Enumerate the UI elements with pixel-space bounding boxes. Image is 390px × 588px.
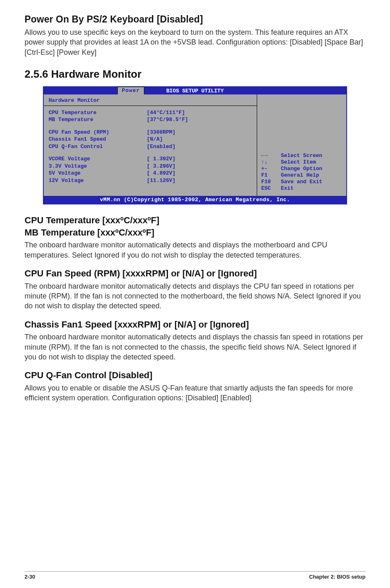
bios-title: BIOS SETUP UTILITY bbox=[44, 88, 346, 94]
heading-power-on: Power On By PS/2 Keyboard [Disabled] bbox=[25, 13, 365, 26]
help-text: Exit bbox=[281, 185, 294, 192]
bios-divider bbox=[44, 105, 257, 106]
body-power-on: Allows you to use specific keys on the k… bbox=[25, 27, 365, 57]
help-text: Change Option bbox=[281, 166, 322, 172]
bios-row[interactable]: CPU Fan Speed (RPM) [3308RPM] bbox=[49, 129, 252, 136]
bios-row-label: MB Temperature bbox=[49, 116, 147, 123]
body-cpu-temp: The onboard hardware monitor automatical… bbox=[25, 240, 365, 260]
bios-left-panel: Hardware Monitor CPU Temperature [44°C/1… bbox=[44, 94, 257, 195]
bios-copyright: vMM.nn (C)Copyright 1985-2002, American … bbox=[44, 196, 346, 204]
help-key: +- bbox=[261, 166, 281, 172]
bios-row-value: [ 4.892V] bbox=[147, 170, 175, 177]
bios-row-label: 12V Voltage bbox=[49, 177, 147, 184]
help-key: F1 bbox=[261, 172, 281, 179]
help-key: ←→ bbox=[261, 153, 281, 159]
help-key: ESC bbox=[261, 185, 281, 192]
bios-help-block: ←→Select Screen ↑↓Select Item +-Change O… bbox=[257, 149, 346, 196]
heading-chassis-fan: Chassis Fan1 Speed [xxxxRPM] or [N/A] or… bbox=[25, 319, 365, 331]
heading-cpu-fan: CPU Fan Speed (RPM) [xxxxRPM] or [N/A] o… bbox=[25, 267, 365, 280]
heading-256: 2.5.6 Hardware Monitor bbox=[25, 67, 365, 81]
bios-row-value: [11.126V] bbox=[147, 177, 175, 184]
heading-mb-temp: MB Temperature [xxxºC/xxxºF] bbox=[25, 227, 365, 239]
heading-qfan: CPU Q-Fan Control [Disabled] bbox=[25, 369, 365, 382]
bios-row-label: 3.3V Voltage bbox=[49, 163, 147, 170]
bios-panel-title: Hardware Monitor bbox=[49, 97, 252, 104]
help-text: Save and Exit bbox=[281, 179, 322, 185]
bios-row[interactable]: CPU Temperature [44°C/111°F] bbox=[49, 109, 252, 117]
bios-row-label: VCORE Voltage bbox=[49, 155, 147, 163]
bios-right-panel: ←→Select Screen ↑↓Select Item +-Change O… bbox=[257, 94, 346, 195]
footer-page-number: 2-30 bbox=[25, 573, 35, 581]
bios-row-label: 5V Voltage bbox=[49, 170, 147, 177]
bios-row-label: CPU Fan Speed (RPM) bbox=[49, 129, 147, 136]
bios-row-label: Chassis Fan1 Speed bbox=[49, 136, 147, 143]
body-chassis-fan: The onboard hardware monitor automatical… bbox=[25, 332, 365, 362]
help-key: ↑↓ bbox=[261, 159, 281, 166]
bios-row-value: [44°C/111°F] bbox=[147, 109, 185, 117]
footer-chapter: Chapter 2: BIOS setup bbox=[309, 573, 365, 581]
bios-row[interactable]: 12V Voltage [11.126V] bbox=[49, 177, 252, 184]
bios-row-value: [3308RPM] bbox=[147, 129, 175, 136]
help-text: Select Screen bbox=[281, 153, 322, 159]
page-footer: 2-30 Chapter 2: BIOS setup bbox=[25, 571, 365, 581]
bios-row[interactable]: 5V Voltage [ 4.892V] bbox=[49, 170, 252, 177]
help-text: Select Item bbox=[281, 159, 316, 166]
bios-row[interactable]: Chassis Fan1 Speed [N/A] bbox=[49, 136, 252, 143]
bios-row-value: [ 3.296V] bbox=[147, 163, 175, 170]
bios-row-value: [Enabled] bbox=[147, 143, 175, 150]
bios-window: BIOS SETUP UTILITY Power Hardware Monito… bbox=[43, 86, 347, 204]
bios-row[interactable]: 3.3V Voltage [ 3.296V] bbox=[49, 163, 252, 170]
bios-title-bar: BIOS SETUP UTILITY Power bbox=[44, 87, 346, 94]
help-text: General Help bbox=[281, 172, 319, 179]
bios-row-label: CPU Temperature bbox=[49, 109, 147, 117]
bios-tab-power[interactable]: Power bbox=[117, 87, 144, 95]
heading-cpu-temp: CPU Temperature [xxxºC/xxxºF] bbox=[25, 214, 365, 227]
body-cpu-fan: The onboard hardware monitor automatical… bbox=[25, 281, 365, 311]
bios-row-value: [37°C/98.5°F] bbox=[147, 116, 188, 123]
bios-row[interactable]: MB Temperature [37°C/98.5°F] bbox=[49, 116, 252, 123]
bios-row-value: [N/A] bbox=[147, 136, 163, 143]
bios-row-label: CPU Q-Fan Control bbox=[49, 143, 147, 150]
bios-row[interactable]: CPU Q-Fan Control [Enabled] bbox=[49, 143, 252, 150]
bios-row-value: [ 1.392V] bbox=[147, 155, 175, 163]
body-qfan: Allows you to enable or disable the ASUS… bbox=[25, 383, 365, 403]
help-key: F10 bbox=[261, 179, 281, 185]
bios-row[interactable]: VCORE Voltage [ 1.392V] bbox=[49, 155, 252, 163]
